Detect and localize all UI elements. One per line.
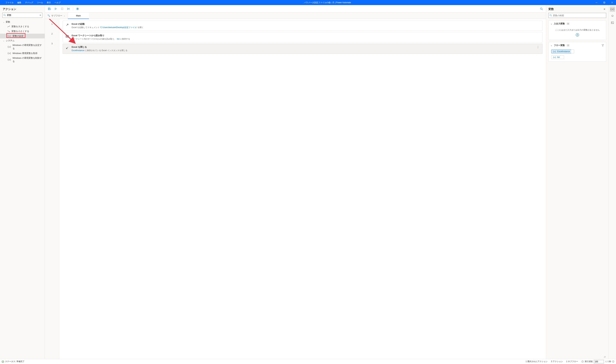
stop-button[interactable]	[59, 6, 65, 12]
variable-row: {x} list	[549, 54, 606, 61]
brace-icon: {x}	[7, 58, 11, 61]
variable-chip-list[interactable]: {x} list	[551, 55, 561, 59]
svg-rect-31	[611, 22, 614, 24]
variables-search-input[interactable]	[552, 14, 605, 17]
variables-panel: 変数 ✕ ⌄ 入出力変数 0 ここにはまだ入力または出力の変数がありません	[546, 5, 609, 359]
layers-icon[interactable]	[610, 13, 615, 19]
flow-icon	[48, 14, 50, 17]
step-title: Excel を閉じる	[72, 46, 534, 49]
io-variables-header[interactable]: ⌄ 入出力変数 0	[549, 20, 606, 27]
info-icon[interactable]	[612, 361, 614, 363]
title-bar: ファイル 編集 デバッグ ツール 表示 ヘルプ パラメータ設定ファイルの使い方 …	[0, 0, 616, 5]
right-icon-strip: {x}	[609, 5, 616, 359]
variable-chip-excelinstance[interactable]: {x} ExcelInstance	[551, 50, 572, 53]
menu-debug[interactable]: デバッグ	[23, 0, 35, 5]
window-title: パラメータ設定ファイルの使い方 | Power Automate	[62, 1, 593, 4]
step-more-button[interactable]: ⋮	[536, 46, 540, 49]
action-delete-env-var[interactable]: {x} Windows の環境変数を削除する	[0, 56, 45, 64]
run-button[interactable]	[53, 6, 58, 12]
image-icon[interactable]	[610, 20, 615, 25]
status-bar: ステータス: 準備完了 1 選択されたアクション 3 アクション 1 サブフロー…	[0, 359, 616, 364]
variable-value-box[interactable]	[571, 50, 574, 53]
action-increase-variable[interactable]: 変数を大きくする	[0, 24, 45, 29]
chevron-down-icon: ⌄	[3, 40, 4, 42]
minimize-button[interactable]	[593, 0, 601, 5]
tree-group-system[interactable]: ⌄ システム	[0, 39, 45, 43]
actions-search-box[interactable]: ✕	[2, 13, 42, 18]
add-variable-button[interactable]	[576, 33, 579, 37]
clear-search-icon[interactable]: ✕	[40, 14, 41, 16]
chevron-down-icon: ⌄	[64, 15, 65, 17]
flow-canvas[interactable]: 1 2 3 Excel の起動 Excel を起動	[45, 19, 546, 359]
menu-tools[interactable]: ツール	[35, 0, 45, 5]
action-set-env-var[interactable]: {x} Windows の環境変数を設定する	[0, 43, 45, 51]
subflow-label-text: サブフロー	[51, 14, 62, 17]
brace-icon: {x}	[553, 51, 556, 53]
flow-variables-header[interactable]: ⌄ フロー変数 2	[549, 42, 606, 49]
menu-file[interactable]: ファイル	[4, 0, 15, 5]
trend-up-icon	[7, 26, 10, 27]
search-icon	[3, 14, 6, 16]
svg-point-16	[49, 16, 50, 17]
tree-group-label: 変数	[6, 20, 10, 24]
subflow-dropdown[interactable]: サブフロー ⌄	[45, 13, 68, 19]
tab-main[interactable]: Main	[68, 13, 89, 19]
svg-rect-8	[61, 8, 63, 10]
filter-icon[interactable]	[602, 44, 604, 47]
close-panel-button[interactable]: ✕	[603, 7, 606, 11]
step-button[interactable]	[66, 6, 71, 12]
arrow-ne-icon	[65, 23, 69, 27]
steps-container: Excel の起動 Excel を起動してドキュメント 'C:\Users\ke…	[59, 19, 546, 359]
variable-row: {x} ExcelInstance	[549, 49, 606, 54]
toolbar-separator	[73, 7, 73, 11]
svg-point-15	[48, 15, 48, 15]
record-icon	[76, 7, 79, 10]
status-text: ステータス: 準備完了	[5, 360, 25, 363]
io-variables-body: ここにはまだ入力または出力の変数がありません	[549, 27, 606, 40]
step-icon	[67, 8, 70, 10]
menu-help[interactable]: ヘルプ	[53, 0, 62, 5]
maximize-button[interactable]	[601, 0, 608, 5]
actions-search-input[interactable]	[6, 14, 40, 17]
action-label: Windows の環境変数を設定する	[13, 43, 43, 50]
step-number: 2	[45, 29, 59, 39]
designer-toolbar	[45, 5, 546, 13]
delay-input[interactable]	[594, 360, 604, 363]
action-get-env-var[interactable]: {x} Windows 環境変数を取得	[0, 51, 45, 56]
action-decrease-variable[interactable]: 変数を小さくする	[0, 29, 45, 34]
chevron-down-icon: ⌄	[3, 21, 4, 23]
tree-group-variables[interactable]: ⌄ 変数	[0, 20, 45, 24]
play-icon	[54, 8, 57, 10]
variables-search-box[interactable]	[549, 13, 606, 18]
svg-point-5	[4, 14, 5, 16]
delay-label: 実行遅延	[585, 360, 593, 363]
variables-title: 変数	[549, 7, 603, 11]
section-label: フロー変数	[554, 44, 565, 47]
menu-view[interactable]: 表示	[45, 0, 53, 5]
variable-name: list	[557, 56, 560, 58]
save-button[interactable]	[47, 6, 52, 12]
step-excel-read[interactable]: Excel ワークシートから読み取り ワークシート内のすべてのセルの値を読み取り…	[63, 32, 543, 42]
delay-unit: ミリ秒	[605, 360, 611, 363]
section-label: 入出力変数	[554, 22, 565, 25]
stop-icon	[61, 8, 63, 10]
svg-rect-0	[596, 2, 597, 3]
action-set-variable[interactable]: {x} 変数の設定	[0, 34, 45, 39]
svg-line-6	[5, 15, 6, 16]
count-badge: 2	[567, 44, 570, 47]
menu-edit[interactable]: 編集	[15, 0, 23, 5]
eraser-icon[interactable]	[603, 355, 607, 358]
designer-search-button[interactable]	[539, 6, 544, 12]
variable-value-box[interactable]	[561, 55, 564, 59]
record-button[interactable]	[75, 6, 80, 12]
svg-marker-9	[67, 8, 69, 10]
close-button[interactable]	[608, 0, 616, 5]
search-icon	[550, 14, 552, 17]
step-excel-launch[interactable]: Excel の起動 Excel を起動してドキュメント 'C:\Users\ke…	[63, 21, 543, 31]
run-delay: 実行遅延 ミリ秒	[581, 360, 614, 363]
io-variables-section: ⌄ 入出力変数 0 ここにはまだ入力または出力の変数がありません	[549, 20, 606, 40]
variables-tab-icon[interactable]: {x}	[610, 6, 615, 12]
trend-down-icon	[7, 30, 10, 32]
step-excel-close[interactable]: Excel を閉じる ExcelInstance に保存されている Excel …	[63, 44, 543, 54]
check-circle-icon	[2, 361, 4, 363]
